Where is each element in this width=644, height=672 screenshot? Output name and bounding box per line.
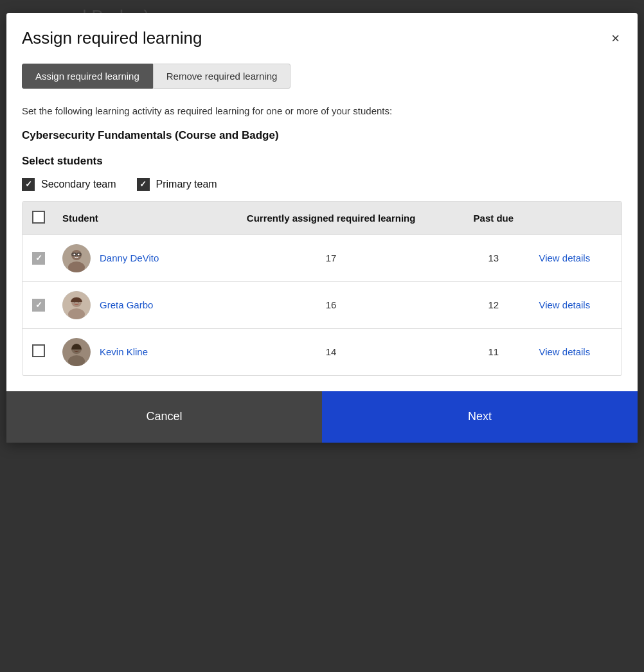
modal-header: Assign required learning × [6,13,638,58]
pastdue-col-header: Past due [456,202,531,235]
select-students-label: Select students [22,155,622,168]
students-table: Student Currently assigned required lear… [22,202,622,375]
kevin-checkbox[interactable] [32,344,45,357]
modal-body: Assign required learning Remove required… [6,58,638,386]
greta-checkbox[interactable] [32,299,45,312]
danny-name[interactable]: Danny DeVito [100,252,159,263]
row-select-kevin[interactable] [22,328,55,375]
kevin-student-cell: Kevin Kline [55,328,206,375]
svg-point-4 [78,253,80,255]
greta-student-cell: Greta Garbo [55,281,206,328]
danny-checkbox[interactable] [32,252,45,265]
close-button[interactable]: × [609,29,622,48]
kevin-view-details[interactable]: View details [539,346,590,357]
description-text: Set the following learning activity as r… [22,104,622,119]
svg-point-3 [74,253,76,255]
table-row: Kevin Kline 14 11 View details [22,328,622,375]
svg-point-1 [71,250,82,260]
table-row: Danny DeVito 17 13 View details [22,234,622,281]
table-header-row: Student Currently assigned required lear… [22,202,622,235]
danny-student-cell: Danny DeVito [55,234,206,281]
danny-actions[interactable]: View details [531,234,622,281]
next-button[interactable]: Next [322,391,638,443]
tab-remove[interactable]: Remove required learning [153,64,291,89]
danny-avatar [62,244,91,272]
greta-assigned: 16 [206,281,456,328]
table-row: Greta Garbo 16 12 View details [22,281,622,328]
primary-team-filter[interactable]: Primary team [137,178,217,191]
tab-assign[interactable]: Assign required learning [22,64,153,89]
modal-footer: Cancel Next [6,391,638,443]
course-name: Cybersecurity Fundamentals (Course and B… [22,129,622,142]
tab-row: Assign required learning Remove required… [22,64,622,89]
actions-col-header [531,202,622,235]
select-all-checkbox[interactable] [32,211,45,224]
modal-title: Assign required learning [22,28,202,48]
greta-pastdue: 12 [456,281,531,328]
students-table-container: Student Currently assigned required lear… [22,201,622,376]
modal-dialog: Assign required learning × Assign requir… [6,13,638,443]
danny-assigned: 17 [206,234,456,281]
kevin-assigned: 14 [206,328,456,375]
secondary-team-label: Secondary team [41,179,116,190]
kevin-avatar [62,338,91,366]
greta-avatar [62,291,91,319]
greta-view-details[interactable]: View details [539,299,590,310]
primary-team-checkbox[interactable] [137,178,150,191]
secondary-team-filter[interactable]: Secondary team [22,178,116,191]
danny-pastdue: 13 [456,234,531,281]
assigned-col-header: Currently assigned required learning [206,202,456,235]
filter-checkboxes: Secondary team Primary team [22,178,622,191]
primary-team-label: Primary team [156,179,217,190]
danny-view-details[interactable]: View details [539,252,590,263]
greta-actions[interactable]: View details [531,281,622,328]
row-select-danny[interactable] [22,234,55,281]
kevin-actions[interactable]: View details [531,328,622,375]
greta-name[interactable]: Greta Garbo [100,299,153,310]
kevin-name[interactable]: Kevin Kline [100,346,148,357]
secondary-team-checkbox[interactable] [22,178,35,191]
cancel-button[interactable]: Cancel [6,391,322,443]
student-col-header: Student [55,202,206,235]
select-all-header[interactable] [22,202,55,235]
row-select-greta[interactable] [22,281,55,328]
kevin-pastdue: 11 [456,328,531,375]
